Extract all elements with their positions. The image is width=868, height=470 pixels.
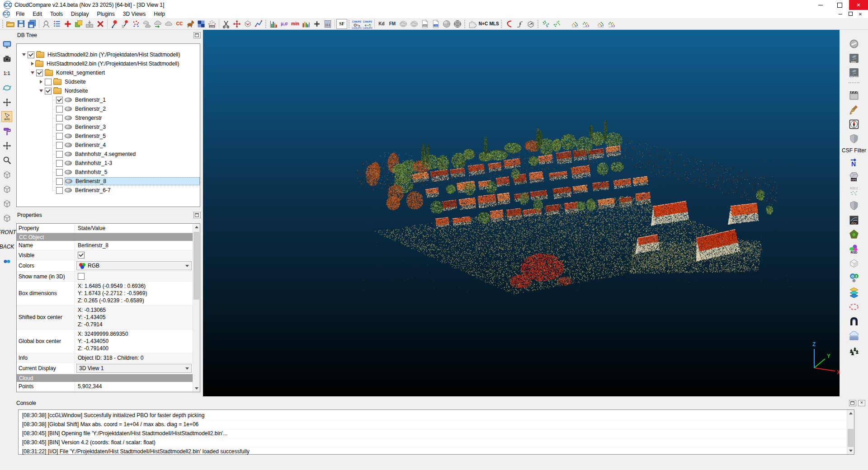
tree-item-korrekt_segmentiert[interactable]: Korrekt_segmentiert xyxy=(17,68,200,77)
sf-min-max-button[interactable]: min xyxy=(290,19,301,29)
auto-pick-rotation-center-icon[interactable]: auto xyxy=(1,111,12,122)
green-points-1-icon[interactable] xyxy=(540,19,551,29)
scroll-up-icon[interactable] xyxy=(847,410,854,417)
tree-item-berlinerstr_1[interactable]: Berlinerstr_1 xyxy=(17,95,200,104)
poisson-reconstruction-icon[interactable] xyxy=(848,229,860,240)
tree-item-nordseite[interactable]: Nordseite xyxy=(17,86,200,95)
point-cloud-canvas[interactable] xyxy=(203,30,840,396)
tree-row-body[interactable]: Südseite xyxy=(53,78,200,85)
save-icon[interactable] xyxy=(16,19,27,29)
cube-plugin-icon[interactable] xyxy=(848,258,860,269)
fine-registration-icon[interactable] xyxy=(152,19,163,29)
visibility-checkbox[interactable] xyxy=(56,151,63,158)
menu-file[interactable]: File xyxy=(12,10,28,18)
cloud-compare-1-icon[interactable] xyxy=(570,19,580,29)
collapse-icon[interactable] xyxy=(30,71,35,74)
tree-item-bahnhofstr_1-3[interactable]: Bahnhofstr_1-3 xyxy=(17,159,200,168)
tree-row-body[interactable]: Berlinerstr_3 xyxy=(65,123,200,131)
clean-broom-icon[interactable] xyxy=(848,104,860,116)
apply-transformation-icon[interactable] xyxy=(62,19,73,29)
front-view-button[interactable]: FRONTFRONT xyxy=(1,227,12,238)
visibility-checkbox[interactable] xyxy=(56,133,63,140)
translate-mode-icon[interactable] xyxy=(1,140,12,151)
shp-export-icon[interactable]: SHP xyxy=(420,19,430,29)
tree-item-berlinerstr_6-7[interactable]: Berlinerstr_6-7 xyxy=(17,186,200,195)
menu-help[interactable]: Help xyxy=(150,10,169,18)
expand-icon[interactable] xyxy=(38,80,44,84)
filter-disabled-icon[interactable] xyxy=(848,38,860,50)
treeiso-icon[interactable] xyxy=(848,344,860,356)
tree-item-berlinerstr_4[interactable]: Berlinerstr_4 xyxy=(17,141,200,150)
iso-view-1-icon[interactable] xyxy=(1,169,12,180)
tree-row-body[interactable]: Berlinerstr_6-7 xyxy=(65,187,200,194)
tree-row-body[interactable]: Bahnhofstr_5 xyxy=(65,169,200,176)
show-name-in-3d--checkbox[interactable] xyxy=(78,273,85,280)
cloud-compare-4-icon[interactable] xyxy=(606,19,617,29)
tree-item-berlinerstr_5[interactable]: Berlinerstr_5 xyxy=(17,132,200,141)
mdi-restore-button[interactable] xyxy=(845,12,855,17)
clone-icon[interactable] xyxy=(73,19,84,29)
visibility-checkbox[interactable] xyxy=(56,178,63,185)
tree-item-bahnhofstr_4.segmented[interactable]: Bahnhofstr_4.segmented xyxy=(17,150,200,159)
mesh-tool-2-icon[interactable] xyxy=(409,19,420,29)
trace-polyline-icon[interactable] xyxy=(253,19,264,29)
render-settings-icon[interactable] xyxy=(1,126,12,136)
maximize-button[interactable] xyxy=(830,0,849,10)
visibility-checkbox[interactable] xyxy=(56,106,63,113)
rotate-view-icon[interactable] xyxy=(1,82,12,93)
selected-row-highlight[interactable]: Berlinerstr_8 xyxy=(65,177,200,185)
interactive-transformation-icon[interactable] xyxy=(231,19,242,29)
tree-row-body[interactable]: Bahnhofstr_4.segmented xyxy=(65,150,200,158)
toolbar-handle[interactable] xyxy=(537,19,539,28)
tree-item-strengerstr[interactable]: Strengerstr xyxy=(17,113,200,122)
toolbar-handle[interactable] xyxy=(265,19,267,28)
right-view-icon[interactable] xyxy=(1,198,12,209)
tree-item-bahnhofstr_5[interactable]: Bahnhofstr_5 xyxy=(17,168,200,177)
point-picking-icon[interactable] xyxy=(109,19,120,29)
zoom-1-1-button[interactable]: 1:1 xyxy=(1,68,12,79)
cloud-compare-3-icon[interactable] xyxy=(595,19,606,29)
properties-scrollbar[interactable] xyxy=(193,224,200,392)
cloud-compare-2-icon[interactable] xyxy=(580,19,591,29)
sf-toggle-button[interactable]: SF xyxy=(336,19,347,29)
toolbar-handle[interactable] xyxy=(464,19,466,28)
shield-plugin-1-icon[interactable] xyxy=(848,133,860,145)
merge-icon[interactable] xyxy=(84,19,95,29)
expand-icon[interactable] xyxy=(30,62,35,66)
tree-item-histstadtmodell2.bin[interactable]: HistStadtmodell2.bin (Y:/Projektdaten/Hi… xyxy=(17,50,200,59)
minimize-button[interactable] xyxy=(811,0,830,10)
clipping-box-icon[interactable] xyxy=(242,19,253,29)
plugins-icon[interactable] xyxy=(467,19,478,29)
tree-row-body[interactable]: HistStadtmodell2.bin (Y:/Projektdaten/Hi… xyxy=(36,51,200,58)
current-display-dropdown[interactable]: 3D View 1 xyxy=(76,364,192,373)
visibility-checkbox[interactable] xyxy=(56,169,63,176)
tree-item-berlinerstr_3[interactable]: Berlinerstr_3 xyxy=(17,122,200,132)
cloud-cloud-distance-button[interactable]: CC xyxy=(174,19,185,29)
visibility-checkbox[interactable] xyxy=(56,160,63,167)
close-button[interactable]: ✕ xyxy=(849,0,868,10)
mls-smooth-button[interactable]: MLS xyxy=(489,19,500,29)
segment-icon[interactable] xyxy=(221,19,231,29)
tree-item-südseite[interactable]: Südseite xyxy=(17,77,200,86)
scroll-up-icon[interactable] xyxy=(193,224,200,230)
toolbar-handle[interactable] xyxy=(500,19,503,28)
mdi-minimize-button[interactable] xyxy=(835,12,845,17)
gaussian-filter-button[interactable]: µ,σ xyxy=(279,19,290,29)
console-scrollbar[interactable] xyxy=(847,410,854,454)
point-list-picking-icon[interactable] xyxy=(120,19,131,29)
open-icon[interactable] xyxy=(5,19,16,29)
tree-row-body[interactable]: Nordseite xyxy=(53,87,200,94)
toggle-properties-icon[interactable] xyxy=(52,19,62,29)
add-sf-icon[interactable] xyxy=(311,19,322,29)
ellipse-fit-icon[interactable] xyxy=(848,301,860,313)
tree-row-body[interactable]: Korrekt_segmentiert xyxy=(45,69,200,76)
dem-cloud-icon[interactable] xyxy=(848,330,860,342)
tree-row-body[interactable]: Berlinerstr_4 xyxy=(65,141,200,149)
console-close-button[interactable]: ✕ xyxy=(858,400,865,406)
toolbar-handle[interactable] xyxy=(2,19,4,28)
normals-n-icon[interactable]: N xyxy=(848,156,860,168)
toolbar-handle[interactable] xyxy=(348,19,350,28)
collapse-icon[interactable] xyxy=(38,89,44,92)
properties-float-button[interactable] xyxy=(193,212,201,218)
show-histogram-icon[interactable] xyxy=(268,19,279,29)
